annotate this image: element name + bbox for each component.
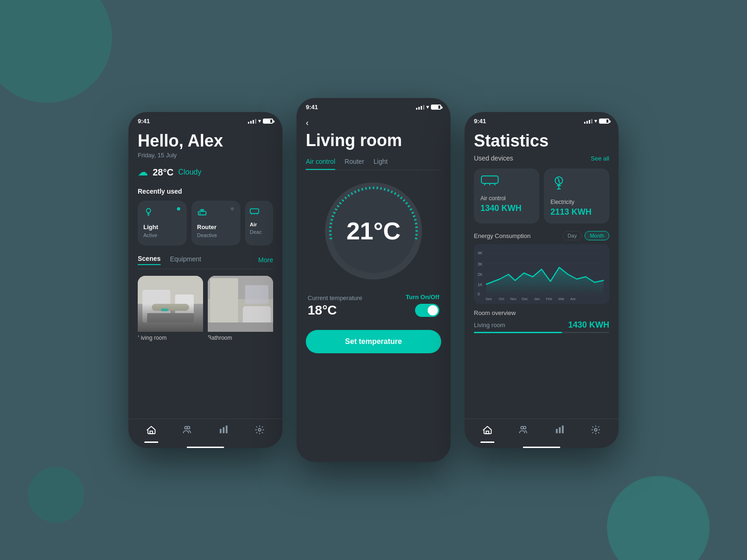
nav-settings-left[interactable] — [254, 425, 265, 437]
tab-more[interactable]: More — [258, 256, 273, 264]
device-active-dot — [177, 207, 180, 210]
living-room-image — [138, 276, 203, 332]
device-status-light: Active — [143, 232, 157, 238]
nav-home-left[interactable] — [146, 425, 156, 437]
room-tab-router[interactable]: Router — [345, 158, 364, 170]
back-button[interactable]: ‹ — [306, 118, 441, 128]
router-icon — [197, 207, 235, 220]
device-card-light[interactable]: Light Active — [138, 201, 187, 245]
toggle-switch[interactable] — [415, 304, 439, 317]
signal-icon — [248, 119, 256, 124]
thermostat-center: 21°C — [331, 189, 416, 273]
current-temp-label: Current temperature — [308, 294, 362, 301]
bottom-nav-right — [465, 419, 619, 445]
used-devices-label: Used devices — [474, 154, 513, 162]
svg-point-106 — [523, 427, 526, 429]
energy-header: Energy Consumption Day Month — [474, 231, 609, 240]
svg-text:Sep: Sep — [486, 297, 492, 300]
current-temp-value-row: 18°C — [308, 303, 439, 318]
month-button[interactable]: Month — [585, 231, 609, 240]
device-card-router[interactable]: Router Deactive — [191, 201, 240, 245]
room-tab-light[interactable]: Light — [374, 158, 388, 170]
devices-stats-row: Air control 1340 KWH — [474, 168, 609, 224]
weather-description: Cloudy — [178, 168, 202, 176]
set-temperature-button[interactable]: Set temperature — [306, 330, 441, 353]
used-devices-row: Used devices See all — [474, 154, 609, 162]
cloud-icon: ☁ — [138, 166, 148, 178]
battery-icon — [263, 119, 273, 124]
device-inactive-dot — [231, 207, 234, 210]
bg-blob-tl — [0, 0, 112, 103]
phone-left: 9:41 ▾ Hello, Alex Friday, 15 July ☁ 28°… — [128, 112, 282, 448]
room-overview-row: Living room 1430 KWH — [474, 320, 609, 330]
tab-equipment[interactable]: Equipment — [170, 255, 201, 265]
svg-rect-28 — [226, 426, 227, 434]
svg-rect-104 — [486, 431, 489, 434]
thermostat-ring[interactable]: // Will be rendered as static SVG ticks … — [322, 180, 425, 282]
air-control-value: 1340 KWH — [480, 203, 533, 213]
bottom-nav-left — [128, 419, 282, 445]
svg-point-25 — [187, 427, 190, 429]
svg-rect-73 — [481, 176, 498, 183]
svg-rect-13 — [175, 294, 194, 318]
svg-text:Apr: Apr — [570, 297, 576, 300]
status-bar-right: 9:41 ▾ — [465, 112, 619, 127]
scene-card-living[interactable]: Living room — [138, 276, 203, 341]
room-progress-fill — [474, 332, 562, 333]
phone-right: 9:41 ▾ Statistics Used devices See all — [465, 112, 619, 448]
svg-rect-10 — [138, 276, 203, 332]
energy-consumption-label: Energy Consumption — [474, 232, 530, 239]
svg-rect-16 — [161, 308, 168, 311]
svg-point-0 — [146, 209, 150, 213]
air-unit: KWH — [501, 203, 521, 213]
svg-point-5 — [199, 212, 201, 214]
tab-scenes[interactable]: Scenes — [138, 255, 161, 265]
signal-icon-middle — [416, 105, 424, 110]
wifi-icon: ▾ — [258, 118, 261, 124]
greeting-text: Hello, Alex — [138, 127, 273, 151]
nav-settings-right[interactable] — [591, 425, 601, 437]
nav-people-left[interactable] — [182, 425, 192, 437]
status-icons-left: ▾ — [248, 118, 273, 124]
svg-text:Dec: Dec — [521, 297, 528, 300]
svg-text:Feb: Feb — [546, 297, 552, 300]
scene-label-living: Living room — [138, 335, 203, 341]
temperature-text: 28°C — [153, 167, 174, 178]
device-name-air: Air — [250, 222, 268, 227]
day-button[interactable]: Day — [563, 231, 582, 240]
device-stat-air[interactable]: Air control 1340 KWH — [474, 168, 539, 224]
svg-rect-27 — [223, 427, 225, 434]
scene-card-bathroom[interactable]: Bathroom — [208, 276, 273, 341]
nav-people-right[interactable] — [518, 425, 529, 437]
svg-text:3K: 3K — [478, 262, 483, 266]
nav-stats-right[interactable] — [555, 425, 565, 437]
device-card-air-partial[interactable]: Air Deac — [245, 201, 273, 245]
device-name-router: Router — [197, 224, 235, 231]
nav-home-right[interactable] — [482, 425, 493, 437]
room-overview-value: 1430 KWH — [568, 320, 609, 330]
current-temp-value: 18°C — [308, 303, 337, 318]
svg-point-29 — [259, 428, 261, 431]
device-status-router: Deactive — [197, 232, 217, 238]
air-control-label: Air control — [480, 195, 533, 202]
svg-text:Nov: Nov — [510, 297, 517, 300]
room-tab-air[interactable]: Air control — [306, 158, 335, 170]
nav-stats-left[interactable] — [218, 425, 229, 437]
svg-text:2K: 2K — [478, 272, 483, 277]
svg-rect-15 — [152, 304, 189, 311]
device-stat-electricity[interactable]: Electricity 2113 KWH — [544, 168, 609, 224]
wifi-icon-right: ▾ — [594, 118, 597, 124]
status-bar-left: 9:41 ▾ — [128, 112, 282, 127]
turn-on-btn[interactable]: Turn On/Off — [406, 294, 439, 301]
status-time-right: 9:41 — [474, 118, 486, 125]
see-all-link[interactable]: See all — [591, 155, 609, 162]
svg-rect-107 — [556, 429, 558, 433]
elec-unit: KWH — [571, 207, 592, 217]
svg-rect-109 — [562, 426, 564, 434]
status-time-left: 9:41 — [138, 118, 150, 125]
svg-rect-11 — [138, 304, 203, 332]
status-icons-right: ▾ — [584, 118, 609, 124]
svg-rect-22 — [208, 322, 273, 332]
status-icons-middle: ▾ — [416, 104, 441, 110]
room-overview-name: Living room — [474, 322, 505, 329]
